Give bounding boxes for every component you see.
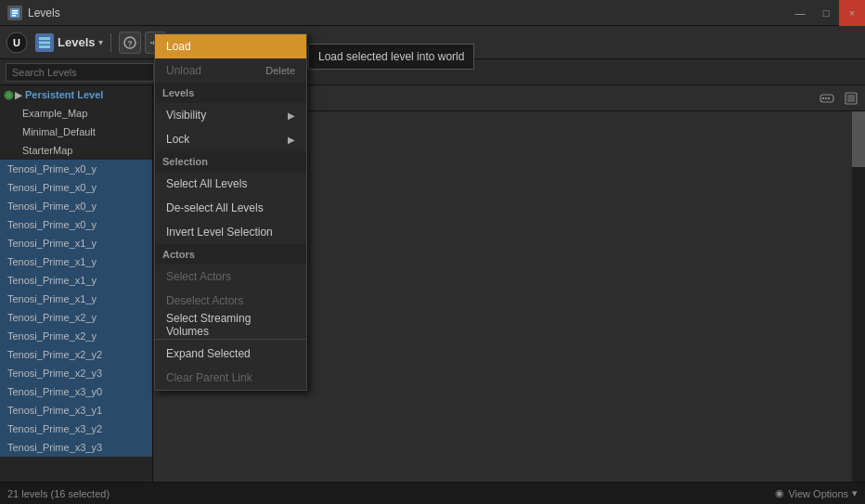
search-input[interactable] bbox=[6, 63, 154, 82]
menu-separator bbox=[155, 339, 306, 340]
layers-icon[interactable] bbox=[841, 88, 861, 109]
toolbar-dropdown-arrow[interactable]: ▾ bbox=[98, 37, 103, 47]
minimal-default-label: Minimal_Default bbox=[22, 126, 96, 137]
svg-text:U: U bbox=[13, 37, 20, 48]
svg-rect-21 bbox=[847, 95, 855, 102]
menu-item-lock[interactable]: Lock ▶ bbox=[155, 127, 306, 151]
svg-point-19 bbox=[828, 97, 830, 98]
levels-toolbar-icon bbox=[35, 33, 54, 52]
menu-item-select-streaming[interactable]: Select Streaming Volumes bbox=[155, 313, 306, 337]
scrollbar[interactable] bbox=[852, 111, 865, 482]
persistent-level-label: Persistent Level bbox=[25, 89, 103, 100]
lock-label: Lock bbox=[166, 133, 189, 146]
ue-logo: U bbox=[6, 32, 28, 54]
list-item-x1y1[interactable]: Tenosi_Prime_x1_y bbox=[0, 252, 152, 271]
menu-item-expand-selected[interactable]: Expand Selected bbox=[155, 342, 306, 366]
search-bar bbox=[0, 59, 865, 85]
load-label: Load bbox=[166, 40, 191, 53]
menu-item-visibility[interactable]: Visibility ▶ bbox=[155, 103, 306, 127]
svg-rect-3 bbox=[12, 15, 16, 17]
toolbar-separator bbox=[110, 33, 111, 52]
list-item-x1y2[interactable]: Tenosi_Prime_x1_y bbox=[0, 271, 152, 290]
context-menu: Load Unload Delete Levels Visibility ▶ L… bbox=[154, 33, 307, 391]
list-item-x0y3[interactable]: Tenosi_Prime_x0_y bbox=[0, 215, 152, 234]
actors-section-header: Actors bbox=[155, 244, 306, 265]
levels-window: Levels — □ × U Levels ▾ ? bbox=[0, 0, 865, 504]
menu-item-load[interactable]: Load bbox=[155, 34, 306, 58]
arrow-icon: ▶ bbox=[15, 90, 22, 100]
title-bar-icon bbox=[7, 6, 22, 20]
list-item-x3y0[interactable]: Tenosi_Prime_x3_y0 bbox=[0, 382, 152, 401]
list-item-x0y0[interactable]: Tenosi_Prime_x0_y bbox=[0, 160, 152, 178]
svg-rect-6 bbox=[39, 37, 50, 40]
maximize-button[interactable]: □ bbox=[813, 0, 839, 26]
list-item-x0y2[interactable]: Tenosi_Prime_x0_y bbox=[0, 197, 152, 215]
eye-icon: ◉ bbox=[4, 88, 13, 101]
list-item-x1y3[interactable]: Tenosi_Prime_x1_y bbox=[0, 290, 152, 308]
levels-section-header: Levels bbox=[155, 83, 306, 103]
menu-item-invert-selection[interactable]: Invert Level Selection bbox=[155, 220, 306, 244]
view-options-button[interactable]: ◉ View Options ▾ bbox=[775, 487, 858, 499]
visibility-label: Visibility bbox=[166, 109, 206, 122]
toolbar: U Levels ▾ ? bbox=[0, 26, 865, 59]
lock-submenu-arrow: ▶ bbox=[288, 135, 295, 145]
list-item-x2y1[interactable]: Tenosi_Prime_x2_y bbox=[0, 327, 152, 345]
scrollbar-thumb[interactable] bbox=[852, 111, 865, 167]
svg-point-18 bbox=[825, 97, 827, 98]
status-text: 21 levels (16 selected) bbox=[7, 488, 110, 499]
list-item-minimal-default[interactable]: Minimal_Default bbox=[0, 123, 152, 141]
example-map-label: Example_Map bbox=[22, 108, 87, 119]
save-button[interactable]: ? bbox=[119, 32, 141, 54]
svg-rect-1 bbox=[12, 10, 18, 12]
list-item-x2y0[interactable]: Tenosi_Prime_x2_y bbox=[0, 308, 152, 327]
svg-rect-7 bbox=[39, 41, 50, 44]
close-button[interactable]: × bbox=[839, 0, 865, 26]
menu-item-select-actors: Select Actors bbox=[155, 265, 306, 289]
view-options-label: View Options bbox=[788, 488, 848, 499]
list-item-persistent[interactable]: ◉ ▶ Persistent Level bbox=[0, 85, 152, 104]
level-list: ◉ ▶ Persistent Level Example_Map Minimal… bbox=[0, 85, 153, 482]
status-bar: 21 levels (16 selected) ◉ View Options ▾ bbox=[0, 482, 865, 504]
menu-item-deselect-actors: Deselect Actors bbox=[155, 289, 306, 313]
title-bar-controls: — □ × bbox=[787, 0, 865, 25]
minimize-button[interactable]: — bbox=[787, 0, 813, 26]
main-content: ◉ ▶ Persistent Level Example_Map Minimal… bbox=[0, 85, 865, 482]
list-item-x3y2[interactable]: Tenosi_Prime_x3_y2 bbox=[0, 420, 152, 438]
svg-point-17 bbox=[822, 97, 824, 98]
selection-section-header: Selection bbox=[155, 151, 306, 172]
menu-item-unload: Unload bbox=[166, 58, 201, 83]
view-eye-icon: ◉ bbox=[775, 487, 784, 499]
delete-label: Delete bbox=[265, 65, 295, 76]
list-item-x0y1[interactable]: Tenosi_Prime_x0_y bbox=[0, 178, 152, 197]
title-bar-title: Levels bbox=[28, 6, 60, 19]
menu-item-select-all[interactable]: Select All Levels bbox=[155, 172, 306, 196]
list-item-starter-map[interactable]: StarterMap bbox=[0, 141, 152, 160]
controller-icon[interactable] bbox=[817, 88, 837, 109]
svg-rect-2 bbox=[12, 12, 18, 14]
list-item-example-map[interactable]: Example_Map bbox=[0, 104, 152, 123]
svg-text:?: ? bbox=[128, 39, 134, 48]
list-item-x3y1[interactable]: Tenosi_Prime_x3_y1 bbox=[0, 401, 152, 420]
title-bar: Levels — □ × bbox=[0, 0, 865, 26]
visibility-submenu-arrow: ▶ bbox=[288, 110, 295, 121]
starter-map-label: StarterMap bbox=[22, 145, 72, 156]
menu-item-unload-row: Unload Delete bbox=[155, 58, 306, 83]
menu-item-clear-parent: Clear Parent Link bbox=[155, 366, 306, 390]
list-item-x2y2[interactable]: Tenosi_Prime_x2_y2 bbox=[0, 345, 152, 364]
menu-item-deselect-all[interactable]: De-select All Levels bbox=[155, 196, 306, 220]
svg-rect-8 bbox=[39, 45, 50, 48]
list-item-x3y3[interactable]: Tenosi_Prime_x3_y3 bbox=[0, 438, 152, 457]
view-options-arrow: ▾ bbox=[852, 487, 858, 499]
list-item-x1y0[interactable]: Tenosi_Prime_x1_y bbox=[0, 234, 152, 252]
list-item-x2y3[interactable]: Tenosi_Prime_x2_y3 bbox=[0, 364, 152, 382]
toolbar-title: Levels bbox=[58, 35, 95, 49]
